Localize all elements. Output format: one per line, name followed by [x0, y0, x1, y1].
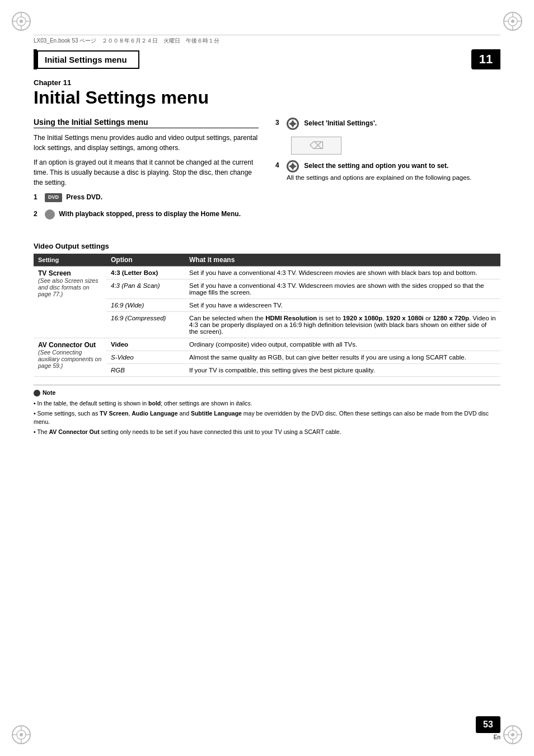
screen-preview-box: ⌫: [291, 137, 341, 155]
option-letter-box: 4:3 (Letter Box): [106, 267, 185, 279]
chapter-number-badge: 11: [471, 49, 500, 69]
option-video: Video: [106, 338, 185, 351]
right-column: 3 Select 'Initial Settings'.: [275, 118, 500, 226]
setting-av-connector: AV Connector Out (See Connecting auxilia…: [34, 338, 106, 377]
step-1-content: DVD Press DVD.: [45, 192, 259, 202]
svg-marker-31: [289, 122, 292, 125]
note-point-3: • The AV Connector Out setting only need…: [34, 428, 500, 437]
table-header-means: What it means: [185, 254, 500, 267]
corner-decoration-br: [502, 724, 524, 746]
svg-point-9: [511, 20, 514, 23]
step-1: 1 DVD Press DVD.: [34, 192, 259, 202]
step-1-number: 1: [34, 192, 41, 202]
corner-decoration-tl: [10, 10, 32, 32]
corner-decoration-bl: [10, 724, 32, 746]
note-icon: [34, 390, 40, 396]
means-169-wide: Set if you have a widescreen TV.: [185, 299, 500, 312]
chapter-label: Chapter 11: [34, 78, 500, 87]
table-row: TV Screen (See also Screen sizes and dis…: [34, 267, 500, 279]
option-rgb: RGB: [106, 364, 185, 377]
video-output-title: Video Output settings: [34, 242, 500, 250]
step-2: 2 With playback stopped, press to displa…: [34, 209, 259, 220]
means-svideo: Almost the same quality as RGB, but can …: [185, 351, 500, 364]
note-title: Note: [34, 389, 500, 398]
dvd-button-icon: DVD: [45, 193, 62, 202]
option-svideo: S-Video: [106, 351, 185, 364]
step-3-content: Select 'Initial Settings'.: [287, 118, 500, 130]
page-footer: 53 En: [476, 716, 500, 740]
step-4-after-text: All the settings and options are explain…: [287, 174, 472, 181]
step-3: 3 Select 'Initial Settings'.: [275, 118, 500, 130]
means-letter-box: Set if you have a conventional 4:3 TV. W…: [185, 267, 500, 279]
option-pan-scan: 4:3 (Pan & Scan): [106, 279, 185, 299]
means-rgb: If your TV is compatible, this setting g…: [185, 364, 500, 377]
video-output-section: Video Output settings Setting Option Wha…: [34, 242, 500, 377]
step-4-content: Select the setting and option you want t…: [287, 160, 500, 183]
home-button-icon: [45, 209, 55, 220]
table-header-option: Option: [106, 254, 185, 267]
step-4: 4 Select the setting and option you want…: [275, 160, 500, 183]
meta-bar: LX03_En.book 53 ページ ２００８年６月２４日 火曜日 午後６時１…: [34, 35, 500, 45]
corner-decoration-tr: [502, 10, 524, 32]
option-169-wide: 16:9 (Wide): [106, 299, 185, 312]
means-169-compressed: Can be selected when the HDMI Resolution…: [185, 312, 500, 338]
svg-marker-38: [294, 165, 297, 168]
nav-button-icon-4: [287, 160, 299, 172]
table-header-setting: Setting: [34, 254, 106, 267]
option-169-compressed: 16:9 (Compressed): [106, 312, 185, 338]
two-column-section: Using the Initial Settings menu The Init…: [34, 118, 500, 226]
svg-point-16: [20, 733, 23, 736]
screen-icon: ⌫: [310, 139, 324, 152]
step-2-number: 2: [34, 209, 41, 219]
header-bar: Initial Settings menu 11: [34, 49, 500, 69]
step-3-number: 3: [275, 118, 283, 128]
using-section-title: Using the Initial Settings menu: [34, 118, 259, 128]
using-section-note: If an option is grayed out it means that…: [34, 157, 259, 188]
file-info: LX03_En.book 53 ページ ２００８年６月２４日 火曜日 午後６時１…: [34, 38, 219, 44]
note-point-2: • Some settings, such as TV Screen, Audi…: [34, 409, 500, 427]
step-4-number: 4: [275, 160, 283, 170]
setting-tv-screen: TV Screen (See also Screen sizes and dis…: [34, 267, 106, 338]
svg-point-23: [511, 733, 514, 736]
step-2-content: With playback stopped, press to display …: [45, 209, 259, 220]
header-title: Initial Settings menu: [45, 55, 127, 64]
svg-point-2: [20, 20, 23, 23]
means-pan-scan: Set if you have a conventional 4:3 TV. W…: [185, 279, 500, 299]
svg-point-39: [292, 165, 294, 168]
svg-marker-32: [294, 122, 297, 125]
svg-point-33: [292, 123, 294, 125]
settings-table: Setting Option What it means TV Screen (…: [34, 254, 500, 377]
note-point-1: • In the table, the default setting is s…: [34, 399, 500, 408]
page-lang: En: [494, 734, 500, 740]
means-video: Ordinary (composite) video output, compa…: [185, 338, 500, 351]
chapter-title: Initial Settings menu: [34, 88, 500, 108]
table-row: AV Connector Out (See Connecting auxilia…: [34, 338, 500, 351]
using-section-intro: The Initial Settings menu provides audio…: [34, 133, 259, 153]
left-column: Using the Initial Settings menu The Init…: [34, 118, 259, 226]
main-content: Chapter 11 Initial Settings menu Using t…: [34, 78, 500, 711]
svg-marker-37: [289, 165, 292, 168]
note-section: Note • In the table, the default setting…: [34, 385, 500, 437]
nav-button-icon-3: [287, 118, 299, 130]
page-number-badge: 53: [476, 716, 500, 733]
